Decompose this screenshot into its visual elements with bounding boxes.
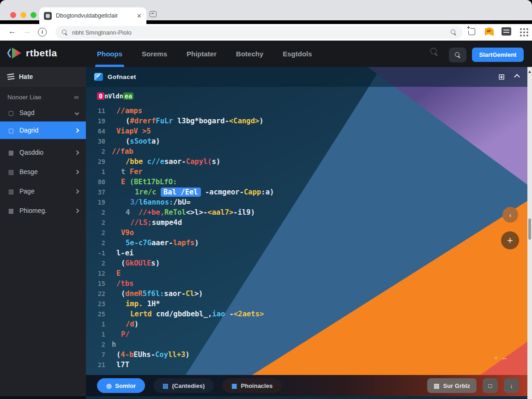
- code-line: 30(sSoota): [86, 136, 527, 146]
- sidebar-item-page[interactable]: ▥Page: [0, 182, 86, 200]
- code-token: (: [121, 259, 125, 267]
- sidebar-item-sagd[interactable]: ▢Sagd: [0, 104, 86, 121]
- screenshot-root: Dbogtondvuldabgetlclair ✕ ← → i nbht Smn…: [0, 0, 532, 399]
- code-token: lapfs: [173, 239, 195, 247]
- sidebar-item-label: Page: [19, 187, 71, 195]
- code-token: Coy: [155, 351, 168, 359]
- apps-grid-icon[interactable]: [520, 28, 522, 30]
- cantedies-button[interactable]: ▤(Cantedies): [153, 378, 214, 393]
- scrollbar[interactable]: [527, 67, 532, 399]
- forward-icon[interactable]: →: [23, 27, 31, 36]
- add-fab-button[interactable]: +: [501, 231, 519, 249]
- header-search-button[interactable]: [449, 48, 466, 62]
- code-line: 2(GkOUlEs): [86, 258, 527, 268]
- extension-icon[interactable]: [502, 27, 511, 36]
- code-token: ReTol: [164, 208, 186, 217]
- nav-tab-phiptater[interactable]: Phiptater: [187, 41, 217, 67]
- line-number: 2: [86, 239, 105, 247]
- url-text: nbht Smngtnann-Piolo: [72, 29, 446, 36]
- phoinacles-button[interactable]: ▦Phoinacles: [222, 378, 282, 393]
- url-bar[interactable]: nbht Smngtnann-Piolo: [55, 26, 463, 39]
- code-token: -il9): [233, 208, 255, 217]
- sidebar-item-label: Qasddio: [19, 149, 71, 156]
- badge-icon: ▤: [7, 169, 15, 175]
- code-line: 371re/c Bal /Eel -acmgeor-Capp:a): [86, 187, 527, 197]
- nav-tab-sorems[interactable]: Sorems: [142, 41, 167, 67]
- sidebar-item-qasddio[interactable]: ▦Qasddio: [0, 144, 86, 161]
- burger-icon: [7, 75, 14, 77]
- code-line: 25e-c7Gaaer-lapfs): [86, 238, 527, 248]
- selected-token: Bal /Eel: [161, 187, 201, 197]
- code-token: l6annos:: [139, 198, 174, 206]
- line-number: 2: [86, 260, 105, 267]
- collapse-icon[interactable]: [514, 74, 520, 80]
- line-number: 30: [86, 138, 105, 145]
- cta-button[interactable]: SlartGemlent: [472, 48, 524, 62]
- code-line: 7(4-bEUhs-Coyll+3): [86, 350, 527, 360]
- minimize-window-button[interactable]: [20, 12, 26, 18]
- sidebar-item-label: Dagrid: [19, 127, 71, 134]
- code-token: t: [121, 168, 130, 176]
- folder-icon: ▢: [7, 109, 15, 116]
- logo-text: rtbetla: [26, 48, 57, 59]
- button-label: Phoinacles: [241, 382, 273, 389]
- square-button[interactable]: □: [483, 378, 498, 393]
- code-token: GkOUlE: [125, 259, 151, 267]
- line-number: 23: [86, 300, 105, 308]
- button-label: Somlor: [115, 382, 136, 389]
- code-token: dneR: [125, 290, 142, 298]
- code-token: Fer: [130, 168, 143, 176]
- zoom-window-button[interactable]: [30, 12, 36, 18]
- code-editor[interactable]: 11//amps19(#drerfFuLr l3bg*bogard-<Cangd…: [86, 106, 527, 370]
- grid-doc-icon: ▦: [231, 382, 237, 389]
- nav-tab-phoops[interactable]: Phoops: [97, 41, 122, 67]
- code-token: (: [126, 117, 130, 125]
- back-icon[interactable]: ←: [8, 27, 16, 36]
- button-label: Sur Grblz: [443, 382, 470, 389]
- code-token: P/: [121, 330, 130, 339]
- nav-tab-esgtdols[interactable]: Esgtdols: [283, 41, 312, 67]
- search-ghost-icon: [430, 48, 438, 56]
- sidebar-item-hate[interactable]: Hate: [0, 67, 86, 86]
- line-number: 1: [86, 168, 105, 175]
- document-icon: ▤: [163, 382, 168, 389]
- code-token: /bU=: [173, 198, 190, 206]
- scroll-up-icon[interactable]: [528, 71, 531, 73]
- close-tab-icon[interactable]: ✕: [137, 12, 142, 19]
- sidebar-item-phiomeg[interactable]: ▦Phiomeg.: [0, 202, 86, 219]
- arrow-down-button[interactable]: ↓: [504, 378, 519, 393]
- code-token: ): [134, 320, 139, 328]
- code-line: 22(dneR5f6l:saor-Cl>): [86, 289, 527, 299]
- code-token: sSoot: [130, 137, 151, 145]
- sur-grblz-button[interactable]: ▤Sur Grblz: [427, 378, 477, 393]
- chevron-right-icon: [75, 189, 79, 193]
- browser-tab[interactable]: Dbogtondvuldabgetlclair ✕: [39, 7, 146, 24]
- info-icon[interactable]: i: [38, 28, 47, 36]
- close-window-button[interactable]: [10, 12, 16, 18]
- code-token: V9o: [121, 229, 134, 237]
- code-token: E: [116, 269, 121, 278]
- scrollbar-thumb[interactable]: [528, 218, 531, 240]
- code-token: l-ei: [116, 249, 133, 257]
- code-token: (: [126, 137, 130, 145]
- grid-view-icon[interactable]: ⊞: [498, 72, 505, 82]
- sidebar-item-besge[interactable]: ▤Besge: [0, 163, 86, 181]
- code-token: 4-b: [121, 351, 133, 359]
- somlor-button[interactable]: ◎Somlor: [97, 378, 145, 393]
- share-icon[interactable]: [468, 28, 475, 35]
- code-line: 1P/: [86, 329, 527, 339]
- nav-tab-botechy[interactable]: Botechy: [236, 41, 263, 67]
- chevron-right-icon: [75, 208, 79, 213]
- new-tab-button[interactable]: [150, 11, 157, 17]
- code-line: 193/l6annos:/bU=: [86, 197, 527, 207]
- sidebar-item-dagrid[interactable]: ▢Dagrid: [0, 121, 86, 139]
- code-token: 4: [126, 208, 139, 217]
- sidebar-item-nonoer-liae[interactable]: Nonoer Liae∞: [0, 90, 86, 104]
- app-logo[interactable]: rtbetla: [7, 46, 57, 60]
- line-number: 19: [86, 199, 105, 206]
- code-token: iao: [212, 310, 225, 318]
- search-icon[interactable]: [451, 30, 456, 35]
- panel-flag-icon: [94, 73, 103, 81]
- code-token: sumpe4d: [152, 218, 182, 227]
- previous-fab-button[interactable]: ‹: [502, 207, 518, 223]
